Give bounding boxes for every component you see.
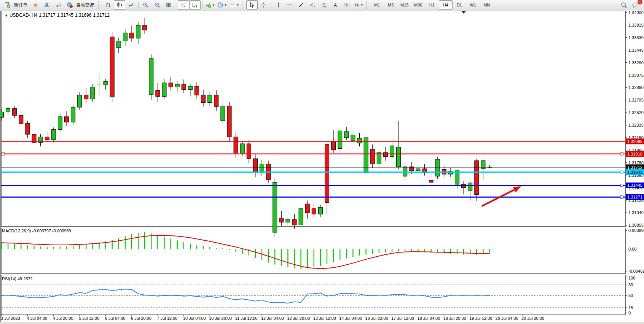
svg-text:50: 50 xyxy=(628,293,633,298)
svg-text:-0.004699: -0.004699 xyxy=(628,269,644,273)
svg-text:100: 100 xyxy=(628,276,635,280)
svg-text:10 Jul 20:00: 10 Jul 20:00 xyxy=(209,316,232,321)
svg-text:17 Jul 12:00: 17 Jul 12:00 xyxy=(391,316,414,321)
svg-text:1.33630: 1.33630 xyxy=(628,35,644,40)
chart-symbol-period: USDCAD-,H4 xyxy=(10,13,37,18)
svg-text:20 Jul 20:00: 20 Jul 20:00 xyxy=(521,316,544,321)
svg-text:6 Jul 20:00: 6 Jul 20:00 xyxy=(131,316,151,321)
svg-text:4 Jul 04:00: 4 Jul 04:00 xyxy=(27,316,47,321)
svg-text:1.31910: 1.31910 xyxy=(627,152,642,156)
svg-text:10 Jul 04:00: 10 Jul 04:00 xyxy=(183,316,206,321)
svg-text:19 Jul 12:00: 19 Jul 12:00 xyxy=(469,316,492,321)
svg-text:11 Jul 12:00: 11 Jul 12:00 xyxy=(235,316,258,321)
svg-text:1.33815: 1.33815 xyxy=(628,23,644,27)
svg-text:1.31641: 1.31641 xyxy=(627,170,642,175)
svg-text:13 Jul 12:00: 13 Jul 12:00 xyxy=(313,316,336,321)
svg-text:18 Jul 20:00: 18 Jul 20:00 xyxy=(443,316,466,321)
chart-low-value: 1.31696 xyxy=(75,13,91,18)
svg-text:1.32705: 1.32705 xyxy=(628,98,644,102)
svg-text:1.34000: 1.34000 xyxy=(628,10,644,15)
svg-text:5 Jul 12:00: 5 Jul 12:00 xyxy=(79,316,99,321)
chart-dropdown-icon[interactable]: ▼ xyxy=(5,14,8,17)
svg-text:12 Jul 04:00: 12 Jul 04:00 xyxy=(261,316,284,321)
svg-text:14 Jul 04:00: 14 Jul 04:00 xyxy=(339,316,362,321)
svg-text:1.31271: 1.31271 xyxy=(627,195,642,199)
svg-text:1.31780: 1.31780 xyxy=(628,160,644,165)
svg-text:1.32520: 1.32520 xyxy=(628,110,644,115)
svg-text:0.003895: 0.003895 xyxy=(628,228,644,233)
svg-text:1.33075: 1.33075 xyxy=(628,73,644,78)
svg-text:1.32890: 1.32890 xyxy=(628,85,644,90)
chart-title: ▼USDCAD-,H41.317171.317451.316961.31712 xyxy=(5,13,111,18)
svg-text:1.33445: 1.33445 xyxy=(628,48,644,52)
svg-text:1.32335: 1.32335 xyxy=(628,123,644,127)
svg-text:1.33260: 1.33260 xyxy=(628,60,644,65)
svg-text:6 Jul 04:00: 6 Jul 04:00 xyxy=(105,316,126,321)
svg-text:20 Jul 04:00: 20 Jul 04:00 xyxy=(496,316,518,321)
rsi-indicator-label: RSI(14) 49.2372 xyxy=(2,276,33,281)
svg-text:3 Jul 2023: 3 Jul 2023 xyxy=(1,316,20,321)
trading-chart[interactable]: 1.340001.338151.336301.334451.332601.330… xyxy=(0,0,644,324)
svg-text:1.31445: 1.31445 xyxy=(627,183,642,187)
svg-text:0: 0 xyxy=(628,311,631,315)
macd-indicator-label: MACD(12,26,9) -0.000797 -0.000989 xyxy=(2,229,71,233)
svg-text:7 Jul 12:00: 7 Jul 12:00 xyxy=(157,316,177,321)
svg-text:1.31712: 1.31712 xyxy=(627,165,642,170)
svg-text:15: 15 xyxy=(628,305,633,310)
svg-text:80: 80 xyxy=(628,283,633,287)
svg-text:1.32095: 1.32095 xyxy=(627,139,642,144)
svg-text:1.30855: 1.30855 xyxy=(628,223,644,227)
svg-text:4 Jul 20:00: 4 Jul 20:00 xyxy=(53,316,73,321)
chart-close-value: 1.31712 xyxy=(93,13,109,18)
svg-text:16 Jul 23:00: 16 Jul 23:00 xyxy=(365,316,388,321)
svg-text:1.31040: 1.31040 xyxy=(628,210,644,215)
svg-text:18 Jul 04:00: 18 Jul 04:00 xyxy=(417,316,440,321)
chart-open-value: 1.31717 xyxy=(39,13,55,18)
application-window: 新订单 自动交易 xyxy=(0,0,644,324)
svg-text:0.00: 0.00 xyxy=(628,247,636,251)
chart-high-value: 1.31745 xyxy=(57,13,73,18)
svg-text:12 Jul 20:00: 12 Jul 20:00 xyxy=(287,316,310,321)
